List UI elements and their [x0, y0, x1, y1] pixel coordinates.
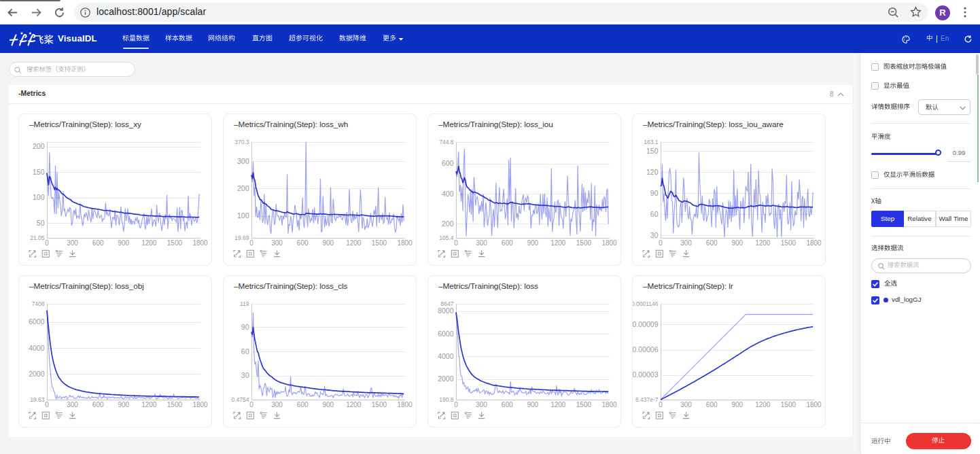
svg-text:0: 0 — [249, 401, 253, 408]
svg-text:900: 900 — [731, 239, 743, 247]
svg-text:6000: 6000 — [29, 317, 45, 326]
svg-text:200: 200 — [237, 184, 249, 192]
svg-text:900: 900 — [118, 239, 129, 247]
svg-text:21.05: 21.05 — [30, 234, 45, 241]
svg-text:1800: 1800 — [192, 239, 208, 247]
svg-text:6000: 6000 — [438, 330, 454, 338]
svg-text:0.00009: 0.00009 — [633, 320, 659, 328]
svg-text:1200: 1200 — [550, 401, 566, 408]
svg-text:744.8: 744.8 — [439, 139, 454, 145]
svg-text:1200: 1200 — [141, 401, 157, 408]
svg-text:0: 0 — [659, 239, 663, 247]
svg-text:19.69: 19.69 — [234, 234, 249, 241]
svg-text:150: 150 — [33, 168, 45, 176]
svg-text:1800: 1800 — [806, 239, 822, 247]
svg-text:600: 600 — [706, 401, 718, 408]
svg-text:300: 300 — [237, 157, 249, 165]
svg-text:1200: 1200 — [141, 239, 157, 247]
svg-text:300: 300 — [67, 239, 78, 247]
svg-text:370.3: 370.3 — [234, 139, 249, 145]
svg-text:300: 300 — [476, 401, 487, 408]
svg-text:8.437e-7: 8.437e-7 — [635, 396, 659, 403]
svg-text:19.63: 19.63 — [30, 396, 45, 403]
svg-text:60: 60 — [241, 347, 249, 355]
svg-text:60: 60 — [650, 210, 659, 218]
svg-text:200: 200 — [33, 142, 45, 150]
svg-text:163.1: 163.1 — [644, 139, 659, 145]
svg-text:1500: 1500 — [167, 401, 183, 408]
svg-text:900: 900 — [527, 401, 538, 408]
svg-text:1200: 1200 — [346, 239, 362, 247]
svg-text:1800: 1800 — [397, 401, 413, 408]
svg-text:0.0001146: 0.0001146 — [632, 300, 659, 307]
svg-text:900: 900 — [731, 401, 743, 408]
svg-text:90: 90 — [241, 323, 249, 331]
svg-text:1200: 1200 — [346, 401, 362, 408]
svg-text:900: 900 — [322, 239, 334, 247]
svg-text:1500: 1500 — [576, 401, 592, 408]
svg-text:300: 300 — [67, 401, 78, 408]
svg-text:900: 900 — [527, 239, 538, 247]
svg-text:2000: 2000 — [29, 370, 45, 378]
svg-text:1500: 1500 — [781, 239, 797, 247]
svg-text:300: 300 — [271, 239, 283, 247]
svg-text:100: 100 — [33, 193, 45, 201]
svg-text:300: 300 — [680, 401, 692, 408]
svg-text:600: 600 — [706, 239, 718, 247]
svg-text:300: 300 — [476, 239, 487, 247]
svg-text:900: 900 — [118, 401, 129, 408]
svg-text:1800: 1800 — [601, 401, 617, 408]
svg-text:1200: 1200 — [755, 401, 771, 408]
svg-text:1800: 1800 — [806, 401, 822, 408]
svg-text:0: 0 — [45, 401, 49, 408]
svg-text:1200: 1200 — [755, 239, 771, 247]
svg-text:30: 30 — [650, 231, 659, 239]
svg-text:119: 119 — [240, 300, 249, 307]
svg-text:1500: 1500 — [372, 401, 387, 408]
svg-text:600: 600 — [297, 401, 309, 408]
svg-text:200: 200 — [442, 220, 454, 228]
svg-text:0.00003: 0.00003 — [633, 370, 659, 379]
svg-text:150: 150 — [646, 147, 659, 155]
svg-text:4000: 4000 — [438, 352, 454, 360]
svg-text:400: 400 — [442, 190, 454, 198]
svg-text:50: 50 — [37, 219, 45, 227]
svg-text:0.4754: 0.4754 — [232, 396, 249, 403]
svg-text:600: 600 — [502, 239, 513, 247]
svg-text:1500: 1500 — [781, 401, 797, 408]
svg-text:0: 0 — [454, 239, 458, 247]
svg-text:105.4: 105.4 — [439, 234, 454, 241]
svg-text:190.8: 190.8 — [439, 396, 454, 403]
svg-text:120: 120 — [646, 168, 659, 176]
svg-text:0: 0 — [454, 401, 458, 408]
svg-text:0.00006: 0.00006 — [633, 345, 659, 353]
svg-text:1500: 1500 — [372, 239, 387, 247]
svg-text:600: 600 — [92, 401, 104, 408]
svg-text:600: 600 — [92, 239, 104, 247]
svg-text:0: 0 — [659, 401, 663, 408]
svg-text:600: 600 — [502, 401, 513, 408]
svg-text:600: 600 — [297, 239, 309, 247]
svg-text:1800: 1800 — [601, 239, 617, 247]
svg-text:0: 0 — [249, 239, 253, 247]
svg-text:2000: 2000 — [438, 374, 454, 383]
svg-text:7408: 7408 — [32, 300, 45, 307]
svg-text:300: 300 — [680, 239, 692, 247]
svg-text:600: 600 — [442, 159, 454, 167]
svg-text:90: 90 — [650, 189, 659, 197]
svg-text:4000: 4000 — [29, 344, 45, 352]
svg-text:0: 0 — [45, 239, 49, 247]
svg-text:8000: 8000 — [438, 307, 454, 315]
svg-text:1500: 1500 — [576, 239, 592, 247]
svg-text:300: 300 — [271, 401, 283, 408]
svg-text:30: 30 — [241, 371, 249, 379]
svg-text:900: 900 — [322, 401, 334, 408]
svg-text:1800: 1800 — [192, 401, 208, 408]
svg-text:1800: 1800 — [397, 239, 413, 247]
svg-text:1500: 1500 — [167, 239, 183, 247]
svg-text:100: 100 — [237, 211, 249, 220]
svg-text:1200: 1200 — [550, 239, 566, 247]
